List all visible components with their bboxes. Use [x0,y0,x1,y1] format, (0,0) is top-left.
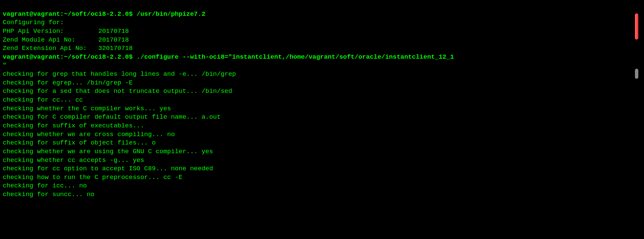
terminal-line: checking whether we are using the GNU C … [3,148,213,155]
terminal-line: checking for suffix of executables... [3,122,148,129]
terminal-line: checking for icc... no [3,182,87,189]
terminal-line: checking whether the C compiler works...… [3,105,171,112]
shell-prompt: vagrant@vagrant:~/soft/oci8-2.2.0$ [3,53,137,61]
terminal-line: vagrant@vagrant:~/soft/oci8-2.2.0$ /usr/… [3,10,205,18]
terminal-line: checking how to run the C preprocessor..… [3,174,182,181]
terminal-line: checking for suffix of object files... o [3,139,156,146]
terminal-line: " [3,62,6,69]
scrollbar-thumb[interactable] [635,69,638,79]
scrollbar[interactable] [634,0,639,239]
terminal-line: checking for cc option to accept ISO C89… [3,165,213,172]
shell-command: /usr/bin/phpize7.2 [137,10,205,18]
terminal-line: checking whether cc accepts -g... yes [3,157,144,164]
terminal-line: checking for suncc... no [3,191,95,198]
terminal-line: Zend Extension Api No: 320170718 [3,45,133,52]
terminal-line: checking for egrep... /bin/grep -E [3,79,133,86]
terminal-line: checking for C compiler default output f… [3,113,221,121]
terminal-line: vagrant@vagrant:~/soft/oci8-2.2.0$ ./con… [3,53,454,61]
shell-command: ./configure --with-oci8="instantclient,/… [137,53,454,61]
terminal-line: checking for a sed that does not truncat… [3,87,232,95]
terminal-line: Zend Module Api No: 20170718 [3,36,129,44]
terminal-line: Configuring for: [3,19,64,26]
shell-prompt: vagrant@vagrant:~/soft/oci8-2.2.0$ [3,10,137,18]
terminal-line: checking whether we are cross compiling.… [3,131,175,138]
terminal-line: PHP Api Version: 20170718 [3,27,129,35]
terminal-output[interactable]: vagrant@vagrant:~/soft/oci8-2.2.0$ /usr/… [0,0,639,200]
terminal-line: checking for grep that handles long line… [3,70,236,78]
scrollbar-marker[interactable] [635,13,638,40]
terminal-line: checking for cc... cc [3,96,83,104]
